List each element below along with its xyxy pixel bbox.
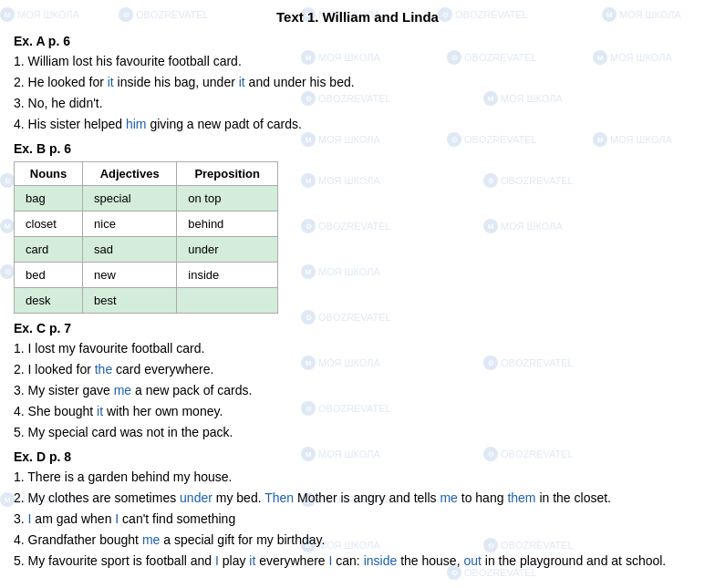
highlight: it bbox=[239, 75, 245, 89]
highlight: out bbox=[463, 553, 481, 568]
col-nouns: Nouns bbox=[15, 162, 83, 186]
cell-noun: card bbox=[15, 237, 83, 263]
cell-noun: bag bbox=[15, 186, 83, 211]
ex-d-line-1: 1. There is a garden behind my house. bbox=[14, 468, 701, 487]
table-row: bag special on top bbox=[15, 186, 278, 211]
main-content: Text 1. William and Linda Ex. A p. 6 1. … bbox=[0, 0, 715, 582]
cell-adj: nice bbox=[83, 211, 177, 237]
ex-d-line-3: 3. I am gad when I can't find something bbox=[14, 510, 701, 529]
cell-prep: on top bbox=[177, 186, 278, 211]
highlight: them bbox=[507, 490, 535, 505]
ex-a-line-2: 2. He looked for it inside his bag, unde… bbox=[14, 73, 701, 92]
cell-adj: sad bbox=[83, 237, 177, 263]
ex-c-content: 1. I lost my favourite football card. 2.… bbox=[14, 339, 701, 442]
ex-a-content: 1. William lost his favourite football c… bbox=[14, 52, 701, 134]
highlight: I bbox=[329, 553, 333, 568]
cell-adj: new bbox=[83, 263, 177, 288]
highlight: it bbox=[108, 75, 114, 89]
highlight: I bbox=[115, 511, 119, 526]
col-preposition: Preposition bbox=[177, 162, 278, 186]
ex-c-line-5: 5. My special card was not in the pack. bbox=[14, 423, 701, 442]
ex-c-line-4: 4. She bought it with her own money. bbox=[14, 402, 701, 421]
vocab-table: Nouns Adjectives Preposition bag special… bbox=[14, 161, 278, 314]
cell-prep: behind bbox=[177, 211, 278, 237]
highlight: me bbox=[142, 532, 160, 547]
ex-d-line-5: 5. My favourite sport is football and I … bbox=[14, 552, 701, 571]
highlight: inside bbox=[364, 553, 398, 568]
ex-d-line-4: 4. Grandfather bought me a special gift … bbox=[14, 531, 701, 550]
table-row: card sad under bbox=[15, 237, 278, 263]
highlight: me bbox=[114, 383, 131, 397]
cell-noun: bed bbox=[15, 263, 83, 288]
table-row: closet nice behind bbox=[15, 211, 278, 237]
highlight: him bbox=[126, 117, 147, 131]
ex-d-content: 1. There is a garden behind my house. 2.… bbox=[14, 468, 701, 571]
ex-c-line-2: 2. I looked for the card everywhere. bbox=[14, 360, 701, 379]
ex-c-title: Ex. C p. 7 bbox=[14, 321, 701, 335]
highlight: I bbox=[28, 511, 32, 526]
cell-adj: best bbox=[83, 288, 177, 314]
ex-a-line-4: 4. His sister helped him giving a new pa… bbox=[14, 115, 701, 134]
ex-b-title: Ex. B p. 6 bbox=[14, 141, 701, 156]
ex-a-line-3: 3. No, he didn't. bbox=[14, 94, 701, 113]
highlight: it bbox=[249, 553, 255, 568]
cell-noun: desk bbox=[15, 288, 83, 314]
cell-prep: under bbox=[177, 237, 278, 263]
highlight: under bbox=[180, 490, 212, 505]
cell-noun: closet bbox=[15, 211, 83, 237]
ex-c-line-3: 3. My sister gave me a new pack of cards… bbox=[14, 381, 701, 400]
cell-prep: inside bbox=[177, 263, 278, 288]
cell-prep bbox=[177, 288, 278, 314]
highlight: me bbox=[440, 490, 457, 505]
cell-adj: special bbox=[83, 186, 177, 211]
table-row: desk best bbox=[15, 288, 278, 314]
highlight: Then bbox=[264, 490, 294, 505]
col-adjectives: Adjectives bbox=[83, 162, 177, 186]
ex-d-line-2: 2. My clothes are sometimes under my bed… bbox=[14, 489, 701, 508]
highlight: it bbox=[97, 404, 103, 418]
table-row: bed new inside bbox=[15, 263, 278, 288]
page-title: Text 1. William and Linda bbox=[14, 9, 701, 25]
ex-c-line-1: 1. I lost my favourite football card. bbox=[14, 339, 701, 358]
highlight: I bbox=[215, 553, 219, 568]
highlight: the bbox=[95, 362, 112, 377]
ex-a-title: Ex. A p. 6 bbox=[14, 34, 701, 48]
ex-a-line-1: 1. William lost his favourite football c… bbox=[14, 52, 701, 71]
ex-d-title: Ex. D p. 8 bbox=[14, 449, 701, 464]
